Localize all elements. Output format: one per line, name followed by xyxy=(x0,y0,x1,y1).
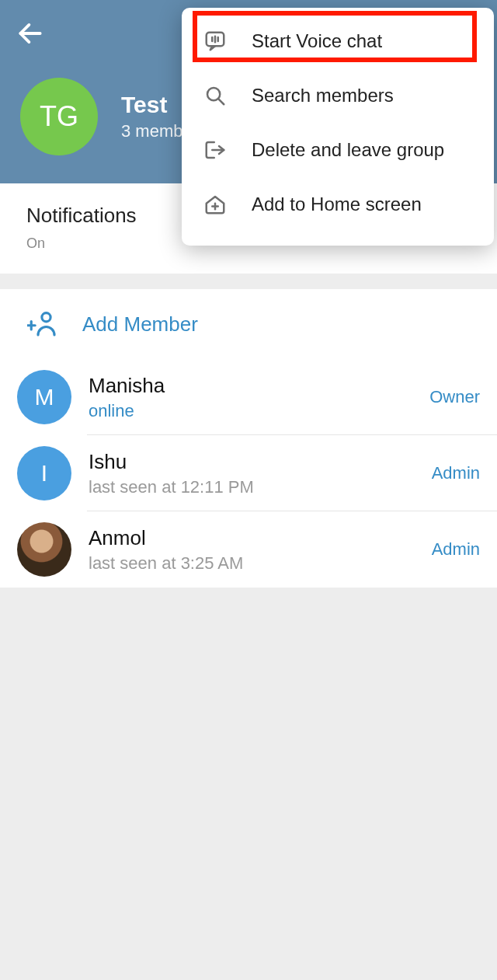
back-arrow-icon[interactable] xyxy=(16,19,45,51)
menu-label: Search members xyxy=(252,85,394,106)
exit-icon xyxy=(199,138,231,162)
member-avatar: M xyxy=(17,370,71,424)
member-name: Manisha xyxy=(89,374,429,398)
member-avatar: I xyxy=(17,446,71,500)
group-avatar: TG xyxy=(20,78,98,155)
menu-label: Start Voice chat xyxy=(252,30,382,52)
voice-chat-icon xyxy=(199,30,231,53)
menu-label: Delete and leave group xyxy=(252,139,444,161)
member-row[interactable]: M Manisha online Owner xyxy=(0,359,497,435)
member-row[interactable]: Anmol last seen at 3:25 AM Admin xyxy=(0,511,497,588)
group-subtitle: 3 memb xyxy=(121,121,182,141)
home-add-icon xyxy=(199,193,231,216)
member-row[interactable]: I Ishu last seen at 12:11 PM Admin xyxy=(0,435,497,511)
members-section: Add Member M Manisha online Owner I Ishu… xyxy=(0,289,497,588)
member-role: Admin xyxy=(432,539,480,560)
menu-item-delete-leave[interactable]: Delete and leave group xyxy=(182,123,494,177)
member-role: Owner xyxy=(429,387,480,407)
group-title: Test xyxy=(121,92,182,118)
menu-item-search-members[interactable]: Search members xyxy=(182,68,494,123)
member-name: Ishu xyxy=(89,450,432,474)
member-status: last seen at 3:25 AM xyxy=(89,553,432,574)
add-member-label: Add Member xyxy=(82,312,198,337)
add-member-icon xyxy=(20,308,67,340)
overflow-menu: Start Voice chat Search members Delete a… xyxy=(182,8,494,246)
add-member-button[interactable]: Add Member xyxy=(0,289,497,359)
member-status: last seen at 12:11 PM xyxy=(89,477,432,497)
svg-line-9 xyxy=(218,99,224,104)
member-name: Anmol xyxy=(89,526,432,550)
member-status: online xyxy=(89,401,429,421)
group-info[interactable]: TG Test 3 memb xyxy=(20,78,182,155)
member-avatar xyxy=(17,522,71,577)
menu-label: Add to Home screen xyxy=(252,194,422,215)
menu-item-add-home[interactable]: Add to Home screen xyxy=(182,177,494,232)
svg-point-1 xyxy=(42,313,50,322)
member-role: Admin xyxy=(432,463,480,483)
menu-item-voice-chat[interactable]: Start Voice chat xyxy=(182,14,494,68)
search-icon xyxy=(199,84,231,107)
